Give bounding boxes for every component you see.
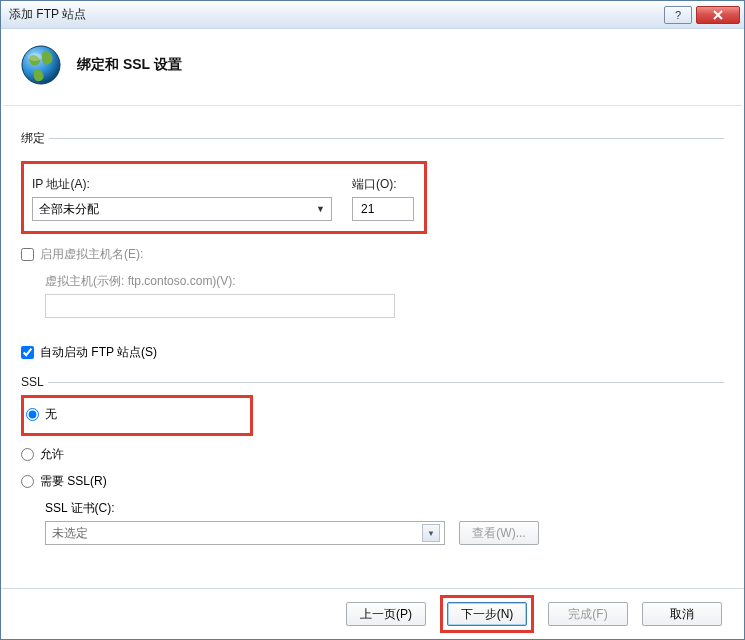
prev-button[interactable]: 上一页(P) <box>346 602 426 626</box>
ssl-cert-label: SSL 证书(C): <box>45 500 724 517</box>
vhost-input <box>45 294 395 318</box>
ssl-group: SSL 无 允许 需要 SSL(R) SSL 证书(C): 未选定 ▼ <box>21 375 724 549</box>
ssl-require-radio[interactable] <box>21 475 34 488</box>
cancel-button[interactable]: 取消 <box>642 602 722 626</box>
dialog-footer: 上一页(P) 下一步(N) 完成(F) 取消 <box>1 589 744 639</box>
titlebar: 添加 FTP 站点 ? <box>1 1 744 29</box>
auto-start-label: 自动启动 FTP 站点(S) <box>40 344 157 361</box>
ssl-allow-radio[interactable] <box>21 448 34 461</box>
highlight-next: 下一步(N) <box>440 595 534 633</box>
port-label: 端口(O): <box>352 176 414 193</box>
dialog-header: 绑定和 SSL 设置 <box>1 29 744 105</box>
globe-icon <box>19 43 63 87</box>
highlight-binding: IP 地址(A): 全部未分配 ▼ 端口(O): <box>21 161 427 234</box>
page-title: 绑定和 SSL 设置 <box>77 56 182 74</box>
binding-legend: 绑定 <box>21 130 49 147</box>
view-cert-button: 查看(W)... <box>459 521 539 545</box>
ip-address-label: IP 地址(A): <box>32 176 332 193</box>
ip-address-combo[interactable]: 全部未分配 ▼ <box>32 197 332 221</box>
port-input[interactable] <box>359 201 407 217</box>
next-button[interactable]: 下一步(N) <box>447 602 527 626</box>
enable-vhost-checkbox[interactable] <box>21 248 34 261</box>
window-title: 添加 FTP 站点 <box>9 6 660 23</box>
ssl-allow-label: 允许 <box>40 446 64 463</box>
ssl-cert-combo[interactable]: 未选定 ▼ <box>45 521 445 545</box>
ssl-require-label: 需要 SSL(R) <box>40 473 107 490</box>
dialog-body: 绑定 IP 地址(A): 全部未分配 ▼ 端口(O): <box>1 120 744 588</box>
header-divider <box>3 105 742 106</box>
close-button[interactable] <box>696 6 740 24</box>
binding-group: 绑定 IP 地址(A): 全部未分配 ▼ 端口(O): <box>21 130 724 322</box>
ip-address-value: 全部未分配 <box>39 201 99 218</box>
highlight-ssl-none: 无 <box>21 395 253 436</box>
enable-vhost-row: 启用虚拟主机名(E): <box>21 246 724 263</box>
svg-point-1 <box>28 53 42 61</box>
chevron-down-icon: ▼ <box>422 524 440 542</box>
ssl-cert-value: 未选定 <box>52 525 88 542</box>
ssl-none-radio[interactable] <box>26 408 39 421</box>
help-button[interactable]: ? <box>664 6 692 24</box>
enable-vhost-label: 启用虚拟主机名(E): <box>40 246 143 263</box>
auto-start-checkbox[interactable] <box>21 346 34 359</box>
chevron-down-icon: ▼ <box>316 204 325 214</box>
close-icon <box>712 10 724 20</box>
dialog-window: 添加 FTP 站点 ? 绑定和 SSL 设置 <box>0 0 745 640</box>
vhost-hint-label: 虚拟主机(示例: ftp.contoso.com)(V): <box>45 273 724 290</box>
ssl-none-label: 无 <box>45 406 57 423</box>
finish-button: 完成(F) <box>548 602 628 626</box>
auto-start-row: 自动启动 FTP 站点(S) <box>21 344 724 361</box>
port-input-wrapper <box>352 197 414 221</box>
ssl-legend: SSL <box>21 375 48 389</box>
